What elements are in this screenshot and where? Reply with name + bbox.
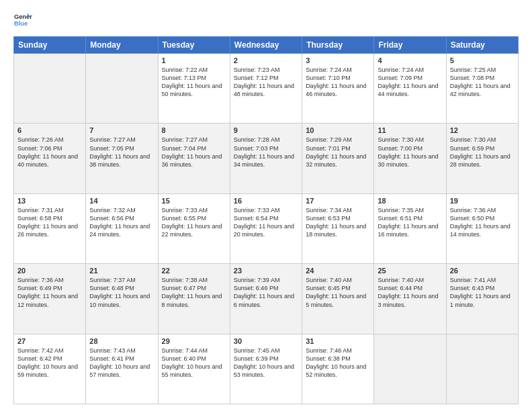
calendar-cell: 17Sunrise: 7:34 AMSunset: 6:53 PMDayligh… — [302, 193, 374, 263]
day-number: 19 — [450, 197, 515, 205]
cell-info: Sunrise: 7:40 AMSunset: 6:44 PMDaylight:… — [378, 276, 442, 309]
calendar-cell: 21Sunrise: 7:37 AMSunset: 6:48 PMDayligh… — [86, 264, 158, 334]
day-number: 25 — [378, 267, 442, 275]
cell-info: Sunrise: 7:22 AMSunset: 7:13 PMDaylight:… — [162, 66, 226, 99]
calendar-table: SundayMondayTuesdayWednesdayThursdayFrid… — [13, 36, 519, 404]
day-number: 24 — [306, 267, 370, 275]
calendar-cell: 3Sunrise: 7:24 AMSunset: 7:10 PMDaylight… — [302, 54, 374, 124]
week-row-3: 13Sunrise: 7:31 AMSunset: 6:58 PMDayligh… — [14, 193, 519, 263]
cell-info: Sunrise: 7:29 AMSunset: 7:01 PMDaylight:… — [306, 136, 370, 169]
day-number: 5 — [450, 56, 515, 64]
day-number: 18 — [378, 197, 442, 205]
calendar-cell: 13Sunrise: 7:31 AMSunset: 6:58 PMDayligh… — [14, 193, 86, 263]
calendar-cell: 29Sunrise: 7:44 AMSunset: 6:40 PMDayligh… — [158, 334, 230, 404]
svg-text:Blue: Blue — [14, 20, 28, 27]
calendar-cell: 25Sunrise: 7:40 AMSunset: 6:44 PMDayligh… — [374, 264, 446, 334]
calendar-cell: 16Sunrise: 7:33 AMSunset: 6:54 PMDayligh… — [230, 193, 302, 263]
cell-info: Sunrise: 7:24 AMSunset: 7:10 PMDaylight:… — [306, 66, 370, 99]
col-header-saturday: Saturday — [446, 37, 518, 54]
cell-info: Sunrise: 7:30 AMSunset: 6:59 PMDaylight:… — [450, 136, 515, 169]
cell-info: Sunrise: 7:37 AMSunset: 6:48 PMDaylight:… — [89, 276, 154, 309]
calendar-cell — [446, 334, 518, 404]
cell-info: Sunrise: 7:25 AMSunset: 7:08 PMDaylight:… — [450, 66, 515, 99]
cell-info: Sunrise: 7:30 AMSunset: 7:00 PMDaylight:… — [378, 136, 442, 169]
calendar-cell: 9Sunrise: 7:28 AMSunset: 7:03 PMDaylight… — [230, 124, 302, 193]
day-number: 31 — [306, 337, 370, 345]
day-number: 4 — [378, 56, 442, 64]
day-number: 9 — [234, 126, 298, 134]
week-row-2: 6Sunrise: 7:26 AMSunset: 7:06 PMDaylight… — [14, 124, 519, 193]
cell-info: Sunrise: 7:34 AMSunset: 6:53 PMDaylight:… — [306, 206, 370, 239]
cell-info: Sunrise: 7:41 AMSunset: 6:43 PMDaylight:… — [450, 276, 515, 309]
calendar-cell: 22Sunrise: 7:38 AMSunset: 6:47 PMDayligh… — [158, 264, 230, 334]
cell-info: Sunrise: 7:39 AMSunset: 6:46 PMDaylight:… — [234, 276, 298, 309]
cell-info: Sunrise: 7:33 AMSunset: 6:54 PMDaylight:… — [234, 206, 298, 239]
cell-info: Sunrise: 7:27 AMSunset: 7:05 PMDaylight:… — [89, 136, 154, 169]
cell-info: Sunrise: 7:35 AMSunset: 6:51 PMDaylight:… — [378, 206, 442, 239]
calendar-cell: 27Sunrise: 7:42 AMSunset: 6:42 PMDayligh… — [14, 334, 86, 404]
day-number: 20 — [17, 267, 82, 275]
day-number: 6 — [17, 126, 82, 134]
day-number: 26 — [450, 267, 515, 275]
col-header-monday: Monday — [86, 37, 158, 54]
day-number: 30 — [234, 337, 298, 345]
cell-info: Sunrise: 7:40 AMSunset: 6:45 PMDaylight:… — [306, 276, 370, 309]
day-number: 7 — [89, 126, 154, 134]
page: General Blue SundayMondayTuesdayWednesda… — [0, 0, 532, 411]
col-header-sunday: Sunday — [14, 37, 86, 54]
cell-info: Sunrise: 7:36 AMSunset: 6:50 PMDaylight:… — [450, 206, 515, 239]
calendar-cell: 23Sunrise: 7:39 AMSunset: 6:46 PMDayligh… — [230, 264, 302, 334]
calendar-cell: 14Sunrise: 7:32 AMSunset: 6:56 PMDayligh… — [86, 193, 158, 263]
cell-info: Sunrise: 7:27 AMSunset: 7:04 PMDaylight:… — [162, 136, 226, 169]
cell-info: Sunrise: 7:32 AMSunset: 6:56 PMDaylight:… — [89, 206, 154, 239]
week-row-4: 20Sunrise: 7:36 AMSunset: 6:49 PMDayligh… — [14, 264, 519, 334]
col-header-friday: Friday — [374, 37, 446, 54]
calendar-cell: 28Sunrise: 7:43 AMSunset: 6:41 PMDayligh… — [86, 334, 158, 404]
calendar-cell: 19Sunrise: 7:36 AMSunset: 6:50 PMDayligh… — [446, 193, 518, 263]
calendar-body: 1Sunrise: 7:22 AMSunset: 7:13 PMDaylight… — [14, 54, 519, 404]
cell-info: Sunrise: 7:36 AMSunset: 6:49 PMDaylight:… — [17, 276, 82, 309]
day-number: 13 — [17, 197, 82, 205]
cell-info: Sunrise: 7:28 AMSunset: 7:03 PMDaylight:… — [234, 136, 298, 169]
week-row-1: 1Sunrise: 7:22 AMSunset: 7:13 PMDaylight… — [14, 54, 519, 124]
col-header-thursday: Thursday — [302, 37, 374, 54]
col-header-wednesday: Wednesday — [230, 37, 302, 54]
calendar-cell: 12Sunrise: 7:30 AMSunset: 6:59 PMDayligh… — [446, 124, 518, 193]
calendar-cell: 15Sunrise: 7:33 AMSunset: 6:55 PMDayligh… — [158, 193, 230, 263]
calendar-cell: 26Sunrise: 7:41 AMSunset: 6:43 PMDayligh… — [446, 264, 518, 334]
cell-info: Sunrise: 7:33 AMSunset: 6:55 PMDaylight:… — [162, 206, 226, 239]
day-number: 3 — [306, 56, 370, 64]
cell-info: Sunrise: 7:42 AMSunset: 6:42 PMDaylight:… — [17, 347, 82, 379]
calendar-cell: 11Sunrise: 7:30 AMSunset: 7:00 PMDayligh… — [374, 124, 446, 193]
day-number: 10 — [306, 126, 370, 134]
logo-icon: General Blue — [13, 11, 32, 30]
day-number: 11 — [378, 126, 442, 134]
cell-info: Sunrise: 7:23 AMSunset: 7:12 PMDaylight:… — [234, 66, 298, 99]
calendar-cell: 5Sunrise: 7:25 AMSunset: 7:08 PMDaylight… — [446, 54, 518, 124]
day-number: 29 — [162, 337, 226, 345]
cell-info: Sunrise: 7:46 AMSunset: 6:38 PMDaylight:… — [306, 347, 370, 379]
day-number: 21 — [89, 267, 154, 275]
calendar-cell — [14, 54, 86, 124]
calendar-header-row: SundayMondayTuesdayWednesdayThursdayFrid… — [14, 37, 519, 54]
calendar-cell: 1Sunrise: 7:22 AMSunset: 7:13 PMDaylight… — [158, 54, 230, 124]
day-number: 16 — [234, 197, 298, 205]
header: General Blue — [13, 11, 519, 30]
week-row-5: 27Sunrise: 7:42 AMSunset: 6:42 PMDayligh… — [14, 334, 519, 404]
day-number: 23 — [234, 267, 298, 275]
calendar-cell: 10Sunrise: 7:29 AMSunset: 7:01 PMDayligh… — [302, 124, 374, 193]
day-number: 14 — [89, 197, 154, 205]
calendar-cell: 30Sunrise: 7:45 AMSunset: 6:39 PMDayligh… — [230, 334, 302, 404]
day-number: 17 — [306, 197, 370, 205]
day-number: 2 — [234, 56, 298, 64]
day-number: 22 — [162, 267, 226, 275]
logo: General Blue — [13, 11, 35, 30]
calendar-cell: 2Sunrise: 7:23 AMSunset: 7:12 PMDaylight… — [230, 54, 302, 124]
calendar-cell: 6Sunrise: 7:26 AMSunset: 7:06 PMDaylight… — [14, 124, 86, 193]
cell-info: Sunrise: 7:43 AMSunset: 6:41 PMDaylight:… — [89, 347, 154, 379]
cell-info: Sunrise: 7:38 AMSunset: 6:47 PMDaylight:… — [162, 276, 226, 309]
cell-info: Sunrise: 7:31 AMSunset: 6:58 PMDaylight:… — [17, 206, 82, 239]
cell-info: Sunrise: 7:26 AMSunset: 7:06 PMDaylight:… — [17, 136, 82, 169]
day-number: 15 — [162, 197, 226, 205]
calendar-cell: 20Sunrise: 7:36 AMSunset: 6:49 PMDayligh… — [14, 264, 86, 334]
